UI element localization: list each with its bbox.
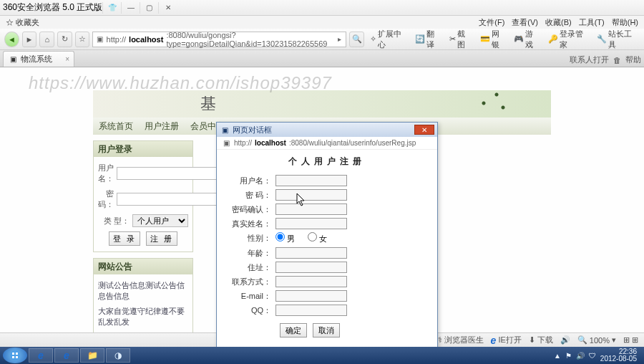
status-doctor[interactable]: ⚕浏览器医生 [438,335,484,345]
screenshot[interactable]: ✂截图 [447,32,474,47]
maximize-button[interactable]: ▢ [140,2,158,14]
tab-close-icon[interactable]: × [65,55,69,63]
reload-button[interactable]: ↻ [57,32,72,47]
trash-icon[interactable]: 🗑 [613,56,621,64]
status-ie[interactable]: eIE打开 [491,335,522,346]
reg-gender-male[interactable] [275,232,285,241]
url-host: localhost [129,35,163,44]
login-type-label: 类 型： [98,216,130,226]
dialog-title: 网页对话框 [233,125,272,135]
dialog-icon: ▣ [220,125,230,135]
dialog-url: ▣ http://localhost:8080/wuliu/qiantai/us… [217,137,437,150]
banner: 基 [93,90,551,118]
page-icon: ▣ [96,34,103,44]
open-contacts[interactable]: 联系人打开 [570,54,609,65]
favorites-menu[interactable]: ☆ 收藏夹 [3,17,42,28]
search-button[interactable]: 🔍 [349,32,364,47]
url-prefix: http:// [107,35,127,44]
forward-button[interactable]: ► [22,32,37,47]
skin-button[interactable]: 👕 [102,2,121,14]
menu-view[interactable]: 查看(V) [509,17,541,28]
notice-panel: 网站公告 测试公告信息测试公告信息告信息 大家自觉遵守纪律遵不要乱发乱发 [93,258,193,338]
dialog-cancel-button[interactable]: 取消 [313,323,340,337]
menu-tools[interactable]: 工具(T) [576,17,608,28]
dialog-titlebar[interactable]: ▣ 网页对话框 ✕ [217,123,437,137]
notice-panel-title: 网站公告 [94,259,192,274]
tab-icon: ▣ [8,54,18,64]
login-type-select[interactable]: 个人用户 [132,214,188,227]
url-path: :8080/wuliu/gongsi?type=gongsiDetailQian… [166,31,333,48]
minimize-button[interactable]: — [121,2,140,14]
tray-icon[interactable]: ⚑ [565,352,572,360]
window-titlebar: 360安全浏览器 5.0 正式版 👕 — ▢ ✕ [0,0,644,16]
app-title: 360安全浏览器 5.0 正式版 [3,1,102,14]
close-button[interactable]: ✕ [158,2,177,14]
menubar: ☆ 收藏夹 文件(F) 查看(V) 收藏(B) 工具(T) 帮助(H) [0,16,644,29]
reg-user-input[interactable] [275,175,347,186]
menu-help[interactable]: 帮助(H) [609,17,641,28]
tray-clock[interactable]: 22:362012-08-05 [600,348,637,363]
task-ie2[interactable]: e [54,348,79,363]
reg-confirm-input[interactable] [275,203,347,215]
status-split[interactable]: ⊞ ⊞ [623,335,638,345]
login-user-label: 用户名： [98,163,114,184]
status-zoom[interactable]: 🔍100% ▾ [577,335,616,345]
reg-age-input[interactable] [275,247,347,259]
status-sound[interactable]: 🔊 [560,335,570,345]
tray-icon[interactable]: 🛡 [589,352,596,360]
reg-realname-input[interactable] [275,218,347,229]
register-dialog: ▣ 网页对话框 ✕ ▣ http://localhost:8080/wuliu/… [216,122,438,347]
tab-title: 物流系统 [21,54,52,64]
menu-file[interactable]: 文件(F) [476,17,507,28]
tab-active[interactable]: ▣ 物流系统 × [3,51,74,67]
tray-icon[interactable]: ▲ [554,352,561,360]
login-pass-label: 密 码： [98,188,114,210]
banner-text: 基 [200,93,216,115]
login-button[interactable]: 登 录 [109,231,140,246]
reg-contact-input[interactable] [275,276,347,287]
tray-icon[interactable]: 🔊 [576,352,585,360]
tabstrip: ▣ 物流系统 × 联系人打开 🗑 帮助 [0,50,644,67]
dialog-close-button[interactable]: ✕ [414,125,434,135]
notice-item[interactable]: 大家自觉遵守纪律遵不要乱发乱发 [98,306,188,327]
taskbar: e e 📁 ◑ ▲ ⚑ 🔊 🛡 22:362012-08-05 [0,347,644,364]
nav-register[interactable]: 用户注册 [145,120,179,133]
bank[interactable]: 💳网银 [477,32,509,47]
login-manager[interactable]: 🔑登录管家 [545,32,591,47]
help-icon[interactable]: 帮助 [625,54,641,65]
status-download[interactable]: ⬇下载 [529,335,553,345]
task-app[interactable]: ◑ [106,348,130,363]
menu-favorites[interactable]: 收藏(B) [542,17,575,28]
go-button[interactable]: ▸ [336,34,343,44]
ext-center[interactable]: ✧扩展中心 [367,32,409,47]
address-bar[interactable]: ▣ http://localhost:8080/wuliu/gongsi?typ… [92,32,346,47]
login-pass-input[interactable] [117,193,220,206]
register-button[interactable]: 注 册 [146,231,177,246]
dev-tools[interactable]: 🔧站长工具 [594,32,640,47]
home-button[interactable]: ⌂ [39,32,54,47]
tray: ▲ ⚑ 🔊 🛡 22:362012-08-05 [554,348,641,363]
notice-item[interactable]: 测试公告信息测试公告信息告信息 [98,280,188,302]
dialog-url-icon: ▣ [221,138,231,148]
reg-email-input[interactable] [275,290,347,302]
toolbar: ◄ ► ⌂ ↻ ☆ ▣ http://localhost:8080/wuliu/… [0,29,644,50]
dialog-ok-button[interactable]: 确定 [280,323,307,337]
dialog-heading: 个人用户注册 [217,155,437,168]
reg-pass-input[interactable] [275,189,347,201]
login-user-input[interactable] [117,167,220,180]
reg-gender-female[interactable] [308,232,317,241]
task-explorer[interactable]: 📁 [80,348,104,363]
content: https://www.huzhan.com/ishop39397 基 系统首页… [0,67,644,347]
reg-addr-input[interactable] [275,262,347,273]
game[interactable]: 🎮游戏 [511,32,542,47]
login-panel-title: 用户登录 [94,141,192,157]
star-button[interactable]: ☆ [75,32,90,47]
back-button[interactable]: ◄ [4,32,19,47]
reg-qq-input[interactable] [275,305,347,316]
bamboo-image [458,82,522,125]
login-panel: 用户登录 用户名： 密 码： 类 型：个人用户 登 录 注 册 [93,140,193,252]
start-button[interactable] [3,348,27,363]
nav-home[interactable]: 系统首页 [99,120,133,133]
task-ie[interactable]: e [29,348,53,363]
translate[interactable]: 🔄翻译 [412,32,444,47]
